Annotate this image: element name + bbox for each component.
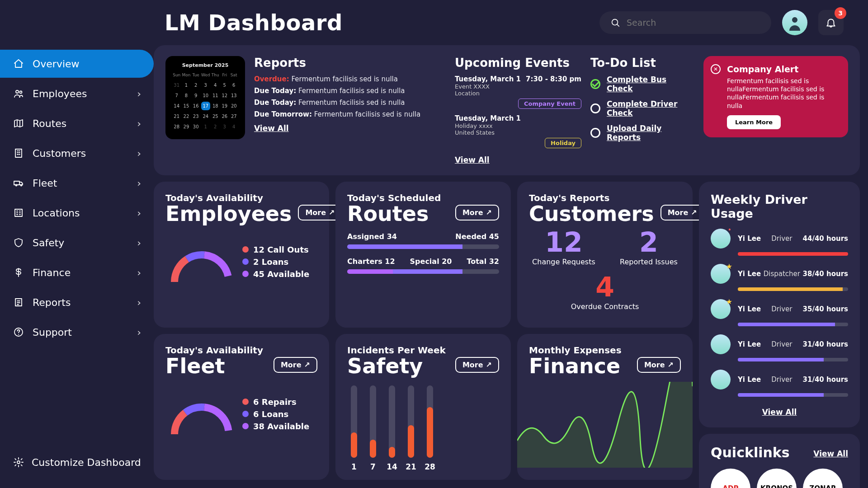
- todo-item[interactable]: Complete Driver Check: [590, 99, 694, 117]
- chevron-right-icon: ›: [137, 88, 141, 99]
- drivers-view-all[interactable]: View All: [762, 408, 797, 417]
- chevron-right-icon: ›: [137, 237, 141, 249]
- routes-title: Routes: [347, 203, 449, 224]
- shield-icon: [13, 237, 24, 249]
- driver-row[interactable]: ★Yi LeeDriver35/40 hours: [711, 299, 848, 326]
- people-icon: [13, 88, 24, 99]
- chevron-right-icon: ›: [137, 178, 141, 189]
- legend-item: 6 Loans: [242, 409, 309, 419]
- sidebar: OverviewEmployees›Routes›Customers›Fleet…: [0, 45, 154, 488]
- sidebar-label: Finance: [33, 267, 71, 278]
- safety-more[interactable]: More ↗: [455, 357, 499, 373]
- report-line: Due Today: Fermentum facilisis sed is nu…: [254, 99, 446, 107]
- sidebar-item-customers[interactable]: Customers›: [0, 139, 154, 167]
- sidebar-label: Overview: [33, 58, 80, 70]
- home-icon: [13, 58, 24, 70]
- safety-bar: 1: [351, 385, 357, 458]
- finance-more[interactable]: More ↗: [637, 357, 681, 373]
- star-icon: ★: [726, 297, 732, 306]
- legend-item: 38 Available: [242, 422, 309, 431]
- report-line: Overdue: Fermentum facilisis sed is null…: [254, 75, 446, 83]
- finance-title: Finance: [529, 356, 631, 376]
- quicklinks-title: Quicklinks: [711, 445, 790, 460]
- safety-bars: 17142128: [347, 385, 499, 458]
- safety-bar: 21: [408, 385, 414, 458]
- bell-icon: [825, 17, 837, 28]
- page-title: LM Dashboard: [165, 10, 343, 35]
- driver-bar: [738, 358, 848, 361]
- driver-bar: [738, 287, 848, 291]
- quicklink-kronos[interactable]: KRONOS: [757, 469, 797, 488]
- building2-icon: [13, 207, 24, 219]
- search-box[interactable]: [599, 11, 771, 34]
- customers-more[interactable]: More ↗: [660, 205, 704, 221]
- sidebar-item-overview[interactable]: Overview: [0, 50, 154, 78]
- quicklink-adp[interactable]: ADP: [711, 469, 750, 488]
- sidebar-label: Routes: [33, 118, 66, 129]
- company-alert: ✕ Company Alert Fermentum facilisis sed …: [703, 56, 848, 137]
- todo-item[interactable]: Complete Bus Check: [590, 75, 694, 93]
- search-input[interactable]: [627, 18, 760, 28]
- routes-more[interactable]: More ↗: [455, 205, 499, 221]
- driver-bar: [738, 393, 848, 397]
- reports-view-all[interactable]: View All: [254, 124, 289, 133]
- dollar-icon: [13, 267, 24, 278]
- safety-title: Safety: [347, 356, 449, 376]
- customize-dashboard[interactable]: Customize Dashboard: [0, 447, 154, 477]
- overdue-contracts-label: Overdue Contracts: [529, 302, 681, 311]
- sidebar-item-employees[interactable]: Employees›: [0, 80, 154, 108]
- sidebar-item-locations[interactable]: Locations›: [0, 199, 154, 227]
- sidebar-item-safety[interactable]: Safety›: [0, 229, 154, 257]
- reported-issues-count: 2: [620, 229, 678, 256]
- driver-row[interactable]: Yi LeeDriver31/40 hours: [711, 370, 848, 397]
- change-requests-label: Change Requests: [532, 258, 595, 266]
- arrow-icon: ↗: [668, 361, 674, 369]
- todo-heading: To-Do List: [590, 56, 694, 70]
- sidebar-item-finance[interactable]: Finance›: [0, 258, 154, 286]
- employees-gauge: [165, 228, 238, 291]
- events-view-all[interactable]: View All: [455, 155, 490, 164]
- employees-title: Employees: [165, 203, 292, 224]
- svg-rect-8: [15, 209, 22, 216]
- svg-rect-5: [14, 181, 19, 185]
- search-icon: [610, 18, 620, 28]
- routes-bar-1: [347, 244, 499, 249]
- customize-label: Customize Dashboard: [32, 457, 141, 468]
- quicklinks-view-all[interactable]: View All: [813, 449, 848, 458]
- event-item[interactable]: Tuesday, March 17:30 - 8:30 pmEvent XXXX…: [455, 75, 581, 109]
- driver-avatar: [711, 370, 731, 389]
- arrow-icon: ↗: [329, 208, 335, 217]
- reports-heading: Reports: [254, 56, 446, 70]
- sidebar-label: Locations: [33, 207, 80, 219]
- svg-point-11: [17, 461, 20, 464]
- chevron-right-icon: ›: [137, 327, 141, 338]
- event-item[interactable]: Tuesday, March 1Holiday xxxxUnited State…: [455, 114, 581, 148]
- quicklink-zonar[interactable]: ZONAR: [803, 469, 843, 488]
- safety-bar: 28: [427, 385, 433, 458]
- mini-calendar[interactable]: September 2025 SunMonTueWedThuFriSat3112…: [165, 56, 245, 139]
- alert-learn-more[interactable]: Learn More: [727, 115, 781, 129]
- driver-row[interactable]: Yi LeeDriver31/40 hours: [711, 334, 848, 361]
- truck-icon: [13, 177, 24, 189]
- finance-card: Monthly ExpensesFinanceMore ↗: [517, 334, 693, 480]
- notifications-button[interactable]: 3: [818, 10, 844, 35]
- driver-row[interactable]: ★Yi LeeDispatcher38/40 hours: [711, 264, 848, 291]
- svg-point-3: [20, 91, 22, 94]
- alert-title: Company Alert: [712, 64, 839, 74]
- fleet-more[interactable]: More ↗: [274, 357, 317, 373]
- checkbox-icon[interactable]: [590, 79, 600, 89]
- avatar[interactable]: [782, 10, 807, 35]
- chevron-right-icon: ›: [137, 148, 141, 159]
- sidebar-item-support[interactable]: Support›: [0, 318, 154, 346]
- report-line: Due Today: Fermentum facilisis sed is nu…: [254, 87, 446, 95]
- todo-item[interactable]: Upload Daily Reports: [590, 124, 694, 142]
- driver-row[interactable]: •Yi LeeDriver44/40 hours: [711, 229, 848, 256]
- sidebar-item-reports[interactable]: Reports›: [0, 288, 154, 316]
- close-icon[interactable]: ✕: [711, 64, 721, 74]
- sidebar-item-routes[interactable]: Routes›: [0, 109, 154, 137]
- checkbox-icon[interactable]: [590, 103, 600, 113]
- checkbox-icon[interactable]: [590, 128, 600, 138]
- sidebar-item-fleet[interactable]: Fleet›: [0, 169, 154, 197]
- driver-avatar: [711, 334, 731, 354]
- employees-card: Today's AvailabilityEmployeesMore ↗ 12 C…: [154, 182, 329, 328]
